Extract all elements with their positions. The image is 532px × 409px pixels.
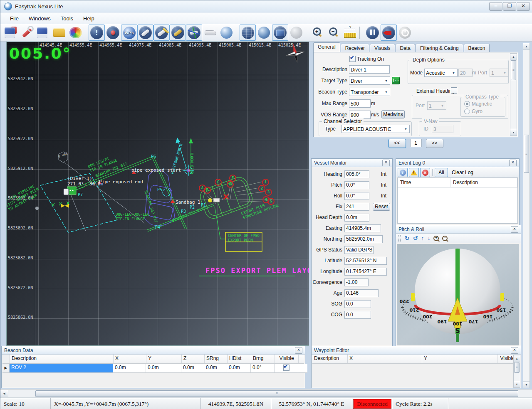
settings-tab[interactable]: Beacon — [464, 44, 490, 52]
rotate-cw-button[interactable]: ↻ — [405, 234, 410, 242]
next-target-button[interactable]: >> — [426, 139, 443, 148]
scroll-down-arrow[interactable]: ▼ — [523, 381, 530, 388]
open-button[interactable] — [51, 25, 67, 41]
description-input[interactable]: Diver 1 — [349, 65, 390, 74]
minimize-button[interactable]: – — [489, 2, 502, 11]
depth-port-select[interactable]: 1▼ — [490, 69, 509, 77]
scrollbar-thumb[interactable]: ≡ — [35, 390, 518, 397]
waypoint-scrollbar[interactable]: ▲ ≡ ▼ — [513, 355, 520, 388]
menu-item[interactable]: Tools — [56, 14, 78, 23]
settings-tab[interactable]: Visuals — [370, 44, 395, 52]
close-panel-icon[interactable]: × — [295, 347, 302, 354]
map-view[interactable]: N — [6, 42, 309, 346]
beacon-edit-button[interactable] — [153, 25, 170, 41]
zoom-out-button[interactable]: − — [326, 25, 342, 41]
vessel-view-button[interactable] — [202, 25, 218, 41]
column-header[interactable]: HDist — [228, 355, 251, 363]
drop-marker-button[interactable] — [105, 25, 121, 41]
magnetic-radio[interactable] — [464, 101, 470, 107]
column-header[interactable]: Description — [450, 178, 517, 187]
right-scrollbar[interactable]: ▲ ≡ ▼ — [523, 43, 530, 388]
menu-item[interactable]: Windows — [24, 14, 55, 23]
scrollbar-thumb[interactable]: ≡ — [514, 362, 520, 373]
vessel-offsets-button[interactable] — [186, 25, 202, 41]
power-button[interactable] — [397, 25, 413, 41]
save-config-button[interactable] — [2, 25, 19, 41]
beacon-row[interactable]: ▶ ROV 2 0.0m 0.0m 0.0m 0.0m 0.0m 0.0° ✔ — [2, 364, 307, 373]
display-options-button[interactable] — [67, 25, 84, 41]
waypoints-button[interactable]: WP's — [121, 25, 137, 41]
close-panel-icon[interactable]: × — [509, 160, 517, 166]
ext-port-select[interactable]: 1▼ — [427, 101, 446, 110]
alert-message-button[interactable]: ! — [89, 25, 105, 41]
rotate-ccw-button[interactable]: ↺ — [413, 234, 418, 242]
scroll-up-arrow[interactable]: ▲ — [510, 54, 517, 60]
clear-log-button[interactable]: Clear Log — [449, 170, 476, 175]
vos-range-input[interactable]: 900 — [349, 111, 371, 119]
beacon-type-select[interactable]: Transponder▼ — [349, 88, 390, 96]
scroll-up-arrow[interactable]: ▲ — [514, 355, 520, 362]
tilt-down-button[interactable]: ↓ — [427, 234, 430, 242]
scrollbar-thumb[interactable]: ≡ — [511, 60, 516, 80]
max-range-input[interactable]: 500 — [349, 99, 371, 108]
column-header[interactable]: Description — [10, 355, 114, 363]
column-header[interactable]: Description — [312, 355, 348, 363]
zoom-out-icon[interactable]: − — [442, 236, 448, 241]
close-panel-icon[interactable]: × — [511, 347, 518, 354]
target-type-select[interactable]: Diver▼ — [349, 76, 390, 85]
beacon-calibration-button[interactable] — [170, 25, 186, 41]
settings-tab[interactable]: Data — [396, 44, 415, 52]
scrollbar-thumb[interactable]: ≡ — [524, 135, 529, 173]
gyro-radio[interactable] — [464, 108, 470, 114]
globe-compass-button[interactable] — [256, 25, 272, 41]
channel-type-select[interactable]: APPLIED ACOUSTIC▼ — [341, 125, 410, 133]
record-button[interactable] — [381, 25, 397, 41]
tracking-on-checkbox[interactable]: ✔ — [349, 56, 356, 62]
scroll-down-arrow[interactable]: ▼ — [510, 129, 517, 136]
warning-filter-button[interactable] — [409, 168, 419, 177]
column-header[interactable]: Time — [398, 178, 450, 187]
medwins-button[interactable]: Medwins — [381, 110, 405, 118]
horizontal-scrollbar[interactable]: ◀ ≡ — [0, 389, 532, 398]
error-filter-button[interactable]: ✕ — [420, 168, 430, 177]
depth-value-input[interactable]: 20 — [458, 69, 473, 77]
info-filter-button[interactable]: i — [398, 168, 408, 177]
external-heading-checkbox[interactable]: ✔ — [451, 87, 457, 94]
settings-tab[interactable]: General — [313, 42, 340, 52]
menu-item[interactable]: File — [5, 14, 23, 23]
prev-target-button[interactable]: << — [388, 139, 406, 148]
close-panel-icon[interactable]: × — [511, 226, 518, 233]
save-button[interactable] — [35, 25, 51, 41]
separator[interactable] — [359, 27, 363, 39]
world-map-button[interactable] — [272, 25, 288, 41]
tilt-up-button[interactable]: ↑ — [421, 234, 424, 242]
form-scrollbar[interactable]: ▲ ≡ ▼ — [510, 53, 517, 136]
close-panel-icon[interactable]: × — [382, 160, 390, 166]
grid-globe-button[interactable] — [240, 25, 256, 41]
close-button[interactable]: ✕ — [517, 2, 530, 11]
zoom-in-button[interactable]: + — [309, 25, 326, 41]
column-header[interactable]: Y — [146, 355, 182, 363]
maximize-button[interactable]: ❐ — [503, 2, 516, 11]
settings-tab[interactable]: Receiver — [341, 44, 369, 52]
column-header[interactable]: X — [114, 355, 146, 363]
vnav-id-input[interactable]: 3 — [432, 125, 453, 133]
scroll-left-arrow[interactable]: ◀ — [0, 390, 8, 397]
pause-button[interactable] — [364, 25, 381, 41]
scroll-down-arrow[interactable]: ▼ — [514, 381, 520, 387]
toolbar-grip[interactable] — [398, 235, 401, 241]
scroll-up-arrow[interactable]: ▲ — [523, 43, 530, 50]
column-header[interactable]: SRng — [205, 355, 228, 363]
globe-view-button[interactable] — [218, 25, 235, 41]
depth-mode-select[interactable]: Acoustic▼ — [424, 69, 458, 77]
column-header[interactable]: Visible — [275, 355, 299, 363]
configure-button[interactable] — [19, 25, 35, 41]
globe-disabled-button[interactable] — [288, 25, 304, 41]
menu-item[interactable]: Help — [79, 14, 99, 23]
settings-tab[interactable]: Filtering & Gating — [416, 44, 463, 52]
attitude-sphere[interactable]: 220 210 200 190 180 170 160 150 S — [397, 244, 519, 345]
zoom-in-icon[interactable]: + — [433, 236, 439, 241]
measure-button[interactable]: ? — [342, 25, 358, 41]
column-header[interactable]: Z — [182, 355, 205, 363]
diver-phone-icon[interactable]: (·· — [392, 77, 400, 84]
